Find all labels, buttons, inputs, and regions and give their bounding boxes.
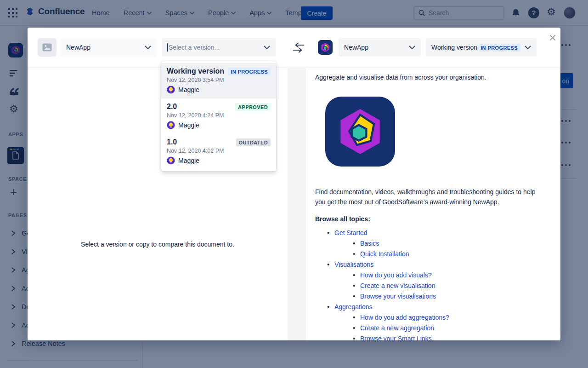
left-version-placeholder: Select a version... [169,44,220,51]
subtopic-item: Create a new visualisation [353,281,545,290]
version-date: Nov 12, 2020 3:54 PM [167,77,271,83]
left-document-title: NewApp [66,44,90,51]
chevron-down-icon [264,46,270,50]
chevron-down-icon [145,46,151,50]
newapp-logo-icon [318,40,333,57]
status-badge: IN PROGRESS [478,44,520,52]
close-dialog-button[interactable] [548,33,557,42]
compare-versions-dialog: NewApp Select a version... NewApp Workin… [28,28,560,340]
chevron-down-icon [409,46,415,50]
left-document-select[interactable]: NewApp [61,38,157,57]
author-avatar [167,121,175,129]
topic-link[interactable]: Browse your Smart Links [360,335,432,340]
doc-description-text: Find documentation, videos, walkthroughs… [315,187,545,207]
version-date: Nov 12, 2020 4:02 PM [167,148,271,154]
right-document-title: NewApp [344,44,368,51]
doc-intro-text: Aggregate and visualise data from across… [315,73,545,82]
version-option-2-0[interactable]: 2.0 APPROVED Nov 12, 2020 4:24 PM Maggie [161,98,276,134]
subtopic-item: Browse your Smart Links [353,334,545,340]
status-badge: IN PROGRESS [228,68,271,75]
topic-link[interactable]: Quick Installation [360,250,409,258]
right-document-select[interactable]: NewApp [339,38,421,57]
version-date: Nov 12, 2020 4:24 PM [167,112,271,119]
topic-item: Aggregations How do you add aggregations… [327,302,545,340]
version-dropdown-menu: Working version IN PROGRESS Nov 12, 2020… [161,61,276,171]
browse-topics-heading: Browse all topics: [315,215,545,223]
close-icon [549,34,556,41]
version-option-working[interactable]: Working version IN PROGRESS Nov 12, 2020… [161,63,276,98]
image-placeholder-icon [42,43,52,52]
newapp-logo-large-icon [325,97,395,167]
topic-item: Visualisations How do you add visuals? C… [327,260,545,301]
subtopic-item: Create a new aggregation [353,323,545,333]
version-option-1-0[interactable]: 1.0 OUTDATED Nov 12, 2020 4:02 PM Maggie [161,134,276,169]
swap-compare-direction-icon[interactable] [290,41,307,54]
subtopic-item: Quick Installation [353,249,545,259]
topic-link[interactable]: How do you add aggregations? [360,314,449,321]
document-thumbnail-placeholder [38,38,57,57]
topic-link[interactable]: Get Started [334,229,368,236]
compare-right-pane: Aggregate and visualise data from across… [306,68,560,340]
topic-link[interactable]: Aggregations [334,303,373,310]
subtopic-item: How do you add aggregations? [353,313,545,322]
right-version-select[interactable]: Working version IN PROGRESS [426,38,537,57]
version-title: Working version [167,67,224,75]
topic-link[interactable]: Visualisations [334,261,373,268]
text-caret [167,43,168,52]
subtopic-item: How do you add visuals? [353,270,545,280]
topic-link[interactable]: Create a new aggregation [360,324,434,332]
version-title: 2.0 [167,103,177,111]
left-version-select[interactable]: Select a version... [162,38,276,57]
status-badge: APPROVED [235,103,271,111]
author-avatar [167,156,175,165]
author-avatar [167,86,175,94]
topic-link[interactable]: Create a new visualisation [360,282,435,289]
compare-dialog-header: NewApp Select a version... NewApp Workin… [28,28,560,68]
author-name: Maggie [178,86,199,93]
author-name: Maggie [178,157,199,164]
status-badge: OUTDATED [236,138,271,146]
topic-link[interactable]: Basics [360,240,379,247]
author-name: Maggie [178,121,199,129]
compare-empty-message: Select a version or copy to compare this… [28,241,288,248]
version-title: 1.0 [167,138,177,146]
subtopic-item: Basics [353,239,545,248]
chevron-down-icon [525,46,531,50]
topic-link[interactable]: How do you add visuals? [360,271,432,279]
subtopic-item: Browse your visualisations [353,292,545,301]
topics-list: Get Started Basics Quick Installation Vi… [315,228,545,340]
pane-divider-gutter [288,68,306,340]
right-version-value: Working version [431,44,477,51]
topic-link[interactable]: Browse your visualisations [360,293,436,300]
topic-item: Get Started Basics Quick Installation [327,228,545,259]
